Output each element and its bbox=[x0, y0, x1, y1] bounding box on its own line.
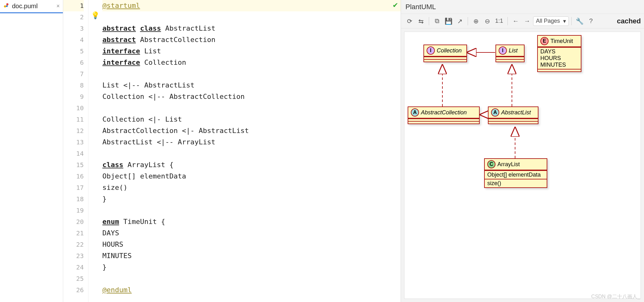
code-line[interactable]: class ArrayList { bbox=[102, 161, 173, 169]
line-number: 22 bbox=[63, 239, 84, 250]
uml-label: TimeUnit bbox=[550, 38, 573, 45]
uml-class-abstractcollection[interactable]: AAbstractCollection bbox=[408, 106, 480, 124]
line-number: 5 bbox=[63, 45, 84, 57]
enum-badge-icon: E bbox=[540, 37, 549, 45]
uml-label: AbstractCollection bbox=[421, 109, 467, 116]
line-number: 20 bbox=[63, 216, 84, 227]
preview-title: PlantUML bbox=[401, 0, 644, 14]
refresh-icon[interactable]: ⟳ bbox=[404, 16, 415, 27]
code-line[interactable]: AbstractList <|-- ArrayList bbox=[102, 138, 216, 146]
diagram-canvas[interactable]: ICollection IList ETimeUnit DAYSHOURSMIN… bbox=[404, 32, 641, 299]
uml-enum-timeunit[interactable]: ETimeUnit DAYSHOURSMINUTES bbox=[537, 35, 581, 72]
line-number: 24 bbox=[63, 262, 84, 273]
abstract-badge-icon: A bbox=[491, 108, 499, 117]
svg-rect-2 bbox=[6, 5, 8, 7]
line-number: 1 bbox=[63, 0, 84, 11]
uml-label: AbstractList bbox=[501, 109, 531, 116]
line-number: 16 bbox=[63, 171, 84, 182]
code-line[interactable]: interface Collection bbox=[102, 58, 186, 66]
save-icon[interactable]: 💾 bbox=[443, 16, 454, 27]
code-line[interactable]: HOURS bbox=[102, 240, 123, 248]
gutter-annotations: 💡 bbox=[88, 0, 101, 302]
uml-class-list[interactable]: IList bbox=[495, 45, 525, 62]
code-line[interactable]: size() bbox=[102, 184, 127, 191]
settings-icon[interactable]: 🔧 bbox=[574, 16, 585, 27]
class-badge-icon: C bbox=[487, 160, 495, 168]
zoom-in-icon[interactable]: ⊕ bbox=[471, 16, 481, 27]
interface-badge-icon: I bbox=[499, 46, 507, 55]
code-line[interactable]: List <|-- AbstractList bbox=[102, 81, 194, 89]
svg-point-0 bbox=[4, 5, 6, 8]
line-number: 6 bbox=[63, 57, 84, 68]
code-area[interactable]: @startuml abstract class AbstractList ab… bbox=[101, 0, 401, 302]
uml-label: List bbox=[509, 47, 518, 54]
line-number: 9 bbox=[63, 91, 84, 102]
line-number: 2 bbox=[63, 11, 84, 23]
render-status: cached bbox=[617, 17, 641, 25]
code-line[interactable]: MINUTES bbox=[102, 252, 132, 260]
line-number: 21 bbox=[63, 227, 84, 239]
line-number: 8 bbox=[63, 80, 84, 91]
uml-attr: Object[] elementData bbox=[485, 170, 547, 179]
uml-class-abstractlist[interactable]: AAbstractList bbox=[488, 106, 538, 124]
svg-point-1 bbox=[6, 3, 9, 5]
line-number: 3 bbox=[63, 23, 84, 34]
prev-page-icon[interactable]: ← bbox=[510, 16, 521, 27]
uml-op: size() bbox=[485, 179, 547, 187]
line-number: 23 bbox=[63, 250, 84, 262]
line-number: 18 bbox=[63, 193, 84, 205]
line-number: 26 bbox=[63, 284, 84, 296]
uml-enum-item: DAYS bbox=[540, 48, 578, 55]
line-number: 12 bbox=[63, 125, 84, 136]
code-line[interactable]: abstract AbstractCollection bbox=[102, 36, 216, 44]
code-line[interactable]: Collection <|-- AbstractCollection bbox=[102, 93, 245, 100]
code-line[interactable]: enum TimeUnit { bbox=[102, 218, 165, 226]
line-number: 25 bbox=[63, 273, 84, 284]
code-line[interactable]: } bbox=[102, 263, 106, 271]
tab-strip: doc.puml × bbox=[0, 0, 63, 302]
line-number: 7 bbox=[63, 68, 84, 80]
chevron-down-icon: ▾ bbox=[563, 18, 566, 25]
close-icon[interactable]: × bbox=[56, 3, 60, 9]
code-line[interactable]: interface List bbox=[102, 47, 161, 55]
uml-label: Collection bbox=[437, 47, 462, 54]
code-line[interactable]: abstract class AbstractList bbox=[102, 24, 216, 32]
next-page-icon[interactable]: → bbox=[522, 16, 532, 27]
watermark: CSDN @二十八画人_ bbox=[591, 293, 640, 300]
uml-class-collection[interactable]: ICollection bbox=[423, 45, 467, 62]
uml-enum-item: MINUTES bbox=[540, 62, 578, 68]
file-tab-doc[interactable]: doc.puml × bbox=[0, 0, 63, 13]
sync-icon[interactable]: ⇆ bbox=[416, 16, 426, 27]
line-number: 19 bbox=[63, 205, 84, 216]
interface-badge-icon: I bbox=[427, 46, 435, 55]
line-number: 4 bbox=[63, 34, 84, 45]
code-line[interactable]: Collection <|- List bbox=[102, 115, 182, 123]
line-gutter: 1234567891011121314151617181920212223242… bbox=[63, 0, 88, 302]
code-line[interactable]: Object[] elementData bbox=[102, 172, 186, 180]
preview-toolbar: ⟳ ⇆ ⧉ 💾 ↗ ⊕ ⊖ 1:1 ← → All Pages ▾ 🔧 ? ca… bbox=[401, 14, 644, 28]
preview-panel: PlantUML ⟳ ⇆ ⧉ 💾 ↗ ⊕ ⊖ 1:1 ← → All Pages… bbox=[401, 0, 644, 302]
code-line[interactable]: AbstractCollection <|- AbstractList bbox=[102, 127, 249, 135]
line-number: 15 bbox=[63, 159, 84, 171]
uml-class-arraylist[interactable]: CArrayList Object[] elementData size() bbox=[484, 158, 547, 188]
uml-enum-item: HOURS bbox=[540, 55, 578, 62]
lightbulb-icon[interactable]: 💡 bbox=[91, 11, 100, 20]
export-icon[interactable]: ↗ bbox=[454, 16, 465, 27]
code-line[interactable]: @enduml bbox=[102, 286, 132, 294]
zoom-out-icon[interactable]: ⊖ bbox=[482, 16, 493, 27]
tab-filename: doc.puml bbox=[12, 3, 38, 10]
abstract-badge-icon: A bbox=[411, 108, 419, 117]
zoom-1to1-button[interactable]: 1:1 bbox=[493, 16, 505, 27]
code-editor[interactable]: 1234567891011121314151617181920212223242… bbox=[63, 0, 401, 302]
plantuml-file-icon bbox=[3, 2, 9, 10]
copy-icon[interactable]: ⧉ bbox=[432, 16, 442, 27]
page-selector-label: All Pages bbox=[536, 18, 560, 24]
help-icon[interactable]: ? bbox=[586, 16, 596, 27]
uml-label: ArrayList bbox=[497, 161, 520, 168]
code-line[interactable]: @startuml bbox=[102, 0, 401, 11]
code-line[interactable]: } bbox=[102, 195, 106, 203]
line-number: 10 bbox=[63, 102, 84, 114]
code-line[interactable]: DAYS bbox=[102, 229, 119, 237]
uml-enum-items: DAYSHOURSMINUTES bbox=[538, 47, 581, 69]
page-selector[interactable]: All Pages ▾ bbox=[533, 16, 569, 26]
